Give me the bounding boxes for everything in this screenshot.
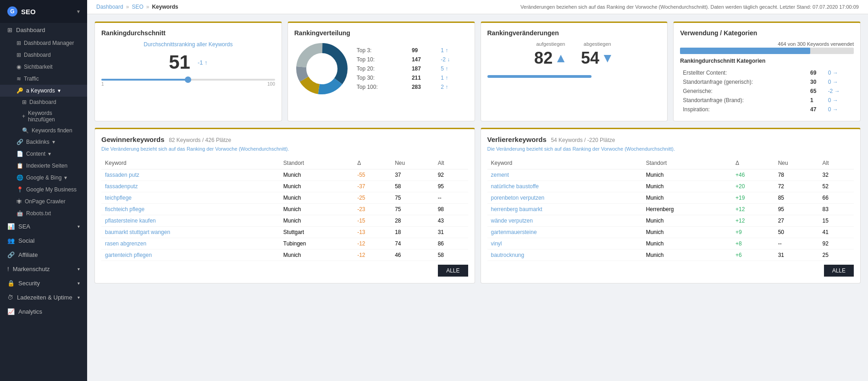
ranking-vert-container: Top 3: 99 1 ↑ Top 10: 147 -2 ↓ Top 20: 1… [294, 41, 468, 96]
sidebar-item-backlinks[interactable]: 🔗 Backlinks ▾ [0, 136, 87, 148]
verlierer-subtitle: 54 Keywords / -220 Plätze [551, 137, 615, 143]
sidebar-logo: G SEO ▾ [0, 0, 87, 23]
alt-cell: 98 [434, 204, 468, 215]
verlierer-table-scroll[interactable]: Keyword Standort Δ Neu Alt zement Munich… [487, 154, 854, 261]
col-standort: Standort [280, 157, 354, 169]
google-bing-icon: 🌐 [17, 174, 23, 181]
kw-cell[interactable]: baumarkt stuttgart wangen [101, 227, 280, 238]
verlierer-note: Die Veränderung bezieht sich auf das Ran… [487, 146, 854, 152]
kw-cell[interactable]: natürliche baustoffe [487, 181, 642, 192]
kw-cell[interactable]: teichpflege [101, 192, 280, 204]
kw-cell[interactable]: zement [487, 169, 642, 181]
table-row: Top 30: 211 1 ↑ [355, 74, 467, 82]
sidebar-item-ladezeiten[interactable]: ⏱ Ladezeiten & Uptime ▾ [0, 290, 87, 305]
table-row: Top 100: 283 2 ↑ [355, 83, 467, 91]
sidebar-item-social[interactable]: 👥 Social [0, 234, 87, 248]
sidebar-item-sea[interactable]: 📊 SEA ▾ [0, 219, 87, 234]
col-neu: Neu [391, 157, 434, 169]
standort-cell: Munich [280, 192, 354, 204]
sidebar-item-dashboard-top[interactable]: ⊞ Dashboard [0, 23, 87, 37]
kw-dashboard-icon: ⊞ [22, 99, 27, 105]
standort-cell: Stuttgart [280, 227, 354, 238]
usage-bar [680, 48, 854, 54]
sidebar-item-label: Analytics [18, 308, 42, 315]
gewinner-alle-button[interactable]: ALLE [438, 265, 468, 277]
aufgestiegen-arrow: ▲ [554, 51, 567, 65]
delta-cell: -23 [354, 204, 391, 215]
card-verliererkeywords: Verliererkeywords 54 Keywords / -220 Plä… [481, 128, 861, 283]
sidebar-item-kw-hinzufuegen[interactable]: + Keywords hinzufügen [0, 108, 87, 125]
table-row: wände verputzen Munich +12 27 15 [487, 215, 854, 227]
sidebar-item-label: Google & Bing [26, 174, 61, 181]
sidebar-item-markenschutz[interactable]: ! Markenschutz ▾ [0, 262, 87, 276]
gewinner-table-scroll[interactable]: Keyword Standort Δ Neu Alt fassaden putz… [101, 154, 468, 261]
delta-cell: -55 [354, 169, 391, 181]
kw-cell[interactable]: herrenberg baumarkt [487, 204, 642, 215]
sidebar-item-dashboard-manager[interactable]: ⊞ Dashboard Manager [0, 37, 87, 49]
sidebar-item-onpage-crawler[interactable]: 🕷 OnPage Crawler [0, 196, 87, 207]
dashboard2-icon: ⊞ [17, 52, 21, 58]
delta-cell: +8 [732, 238, 774, 250]
gewinner-note: Die Veränderung bezieht sich auf das Ran… [101, 146, 468, 152]
sidebar-item-label: SEA [18, 223, 30, 230]
sidebar-item-robots[interactable]: 🤖 Robots.txt [0, 207, 87, 219]
neu-cell: 46 [391, 250, 434, 261]
sidebar-item-keywords[interactable]: 🔑 a Keywords ▾ [0, 85, 87, 97]
seo-arrow[interactable]: ▾ [77, 9, 80, 15]
sidebar-item-traffic[interactable]: ≋ Traffic [0, 73, 87, 85]
table-row: Erstellter Content: 69 0 → [681, 69, 853, 77]
kw-cell[interactable]: bautrocknung [487, 250, 642, 261]
abgestiegen-box: abgestiegen 54 ▼ [581, 41, 614, 68]
crawler-icon: 🕷 [17, 198, 22, 205]
social-icon: 👥 [7, 237, 15, 244]
sidebar-item-security[interactable]: 🔒 Security ▾ [0, 276, 87, 290]
sidebar-item-kw-dashboard[interactable]: ⊞ Dashboard [0, 97, 87, 108]
col-keyword: Keyword [487, 157, 642, 169]
sidebar-item-analytics[interactable]: 📈 Analytics [0, 305, 87, 319]
kw-cell[interactable]: fassadenputz [101, 181, 280, 192]
kw-cell[interactable]: gartenmauersteine [487, 227, 642, 238]
table-row: zement Munich +46 78 32 [487, 169, 854, 181]
table-row: pflastersteine kaufen Munich -15 28 43 [101, 215, 468, 227]
ranking-slider[interactable]: 1 100 [101, 79, 275, 87]
sidebar-item-dashboard2[interactable]: ⊞ Dashboard [0, 49, 87, 61]
verlierer-title: Verliererkeywords [487, 136, 547, 143]
table-header-row: Keyword Standort Δ Neu Alt [487, 157, 854, 169]
sidebar-item-content[interactable]: 📄 Content ▾ [0, 148, 87, 160]
delta-cell: +6 [732, 250, 774, 261]
sidebar-item-indexierte-seiten[interactable]: 📋 Indexierte Seiten [0, 160, 87, 172]
verlierer-alle-button[interactable]: ALLE [824, 265, 854, 277]
kw-cell[interactable]: fischteich pflege [101, 204, 280, 215]
sidebar-item-label: Dashboard [24, 52, 51, 58]
kw-cell[interactable]: rasen abgrenzen [101, 238, 280, 250]
neu-cell: 27 [774, 215, 819, 227]
sidebar-item-google-bing[interactable]: 🌐 Google & Bing ▾ [0, 172, 87, 184]
kw-cell[interactable]: vinyl [487, 238, 642, 250]
col-standort: Standort [642, 157, 732, 169]
neu-cell: 95 [774, 204, 819, 215]
ladezeiten-icon: ⏱ [7, 294, 13, 301]
kw-cell[interactable]: fassaden putz [101, 169, 280, 181]
kw-cell[interactable]: porenbeton verputzen [487, 192, 642, 204]
col-alt: Alt [434, 157, 468, 169]
sidebar-item-kw-finden[interactable]: 🔍 Keywords finden [0, 125, 87, 136]
neu-cell: 28 [391, 215, 434, 227]
neu-cell: 85 [774, 192, 819, 204]
sidebar-item-affiliate[interactable]: 🔗 Affiliate [0, 248, 87, 262]
sea-arrow: ▾ [77, 224, 80, 229]
sidebar-item-google-my-business[interactable]: 📍 Google My Business [0, 184, 87, 196]
sidebar-item-label: Markenschutz [13, 266, 50, 272]
analytics-icon: 📈 [7, 308, 15, 315]
gewinner-table: Keyword Standort Δ Neu Alt fassaden putz… [101, 157, 468, 261]
breadcrumb-dashboard[interactable]: Dashboard [96, 4, 123, 10]
breadcrumb-seo[interactable]: SEO [132, 4, 143, 10]
kw-cell[interactable]: gartenteich pflegen [101, 250, 280, 261]
kw-cell[interactable]: pflastersteine kaufen [101, 215, 280, 227]
topbar-info: Veränderungen beziehen sich auf das Rank… [520, 4, 859, 10]
sidebar-item-label: Ladezeiten & Uptime [17, 294, 72, 301]
kw-cell[interactable]: wände verputzen [487, 215, 642, 227]
table-row: vinyl Munich +8 -- 92 [487, 238, 854, 250]
breadcrumb-sep2: » [146, 4, 149, 10]
sidebar-item-sichtbarkeit[interactable]: ◉ Sichtbarkeit [0, 61, 87, 73]
rankingdurchschnitt-title: Rankingdurchschnitt [101, 29, 275, 37]
